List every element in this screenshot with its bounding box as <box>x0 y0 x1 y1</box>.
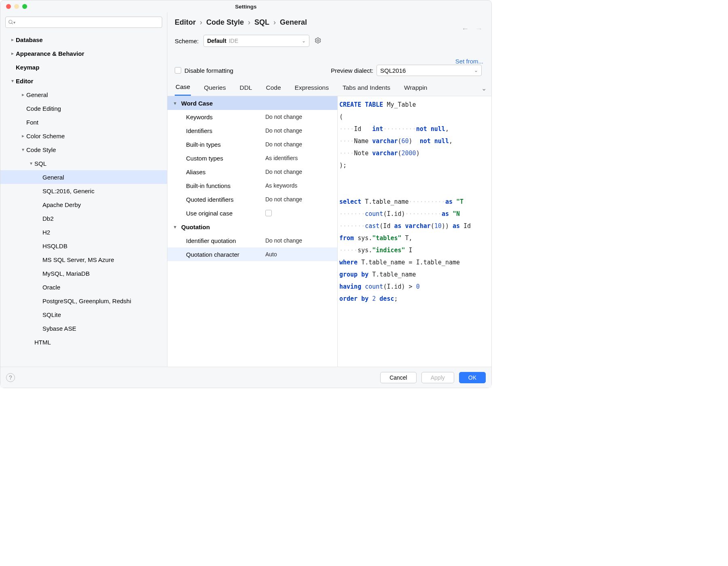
setting-row-custom-types[interactable]: Custom typesAs identifiers <box>167 151 337 165</box>
chevron-down-icon: ⌄ <box>302 38 306 44</box>
main-panel: Editor›Code Style›SQL›General ← → Scheme… <box>167 13 491 367</box>
code-line: ····Id int·········not null, <box>339 123 491 135</box>
sidebar-item-oracle[interactable]: Oracle <box>0 280 167 294</box>
tab-tabs-and-indents[interactable]: Tabs and Indents <box>342 82 391 95</box>
sidebar-item-color-scheme[interactable]: ▸Color Scheme <box>0 129 167 143</box>
sidebar-item-h2[interactable]: H2 <box>0 225 167 239</box>
sidebar-item-database[interactable]: ▸Database <box>0 33 167 46</box>
sidebar-item-label: H2 <box>42 229 50 236</box>
sidebar-item-label: General <box>26 91 48 98</box>
sidebar-item-code-style[interactable]: ▾Code Style <box>0 143 167 156</box>
titlebar: Settings <box>0 0 491 13</box>
settings-window: Settings ▾ ▸Database▸Appearance & Behavi… <box>0 0 492 388</box>
sidebar-item-sybase-ase[interactable]: Sybase ASE <box>0 321 167 335</box>
code-line: having count(I.id) > 0 <box>339 281 491 293</box>
chevron-right-icon: › <box>273 18 276 27</box>
sidebar-item-sql-2016-generic[interactable]: SQL:2016, Generic <box>0 184 167 198</box>
breadcrumb-item[interactable]: SQL <box>254 18 269 27</box>
setting-key: Identifier quotation <box>186 237 265 244</box>
setting-row-use-original-case[interactable]: Use original case <box>167 206 337 220</box>
sidebar-item-label: Apache Derby <box>42 201 81 208</box>
setting-key: Identifiers <box>186 127 265 134</box>
chevron-right-icon: ▸ <box>20 92 26 97</box>
setting-row-quotation-character[interactable]: Quotation characterAuto <box>167 247 337 261</box>
checkbox-icon[interactable] <box>265 210 272 216</box>
nav-back-icon[interactable]: ← <box>461 25 469 33</box>
chevron-right-icon: › <box>200 18 202 27</box>
code-line <box>339 184 491 196</box>
search-icon <box>8 19 14 25</box>
sidebar-item-apache-derby[interactable]: Apache Derby <box>0 198 167 211</box>
sidebar-item-appearance-behavior[interactable]: ▸Appearance & Behavior <box>0 46 167 60</box>
tab-expressions[interactable]: Expressions <box>294 82 330 95</box>
sidebar-item-editor[interactable]: ▾Editor <box>0 74 167 88</box>
setting-key: Built-in types <box>186 141 265 148</box>
sidebar-item-sql[interactable]: ▾SQL <box>0 156 167 170</box>
cancel-button[interactable]: Cancel <box>380 372 417 383</box>
sidebar-item-label: Db2 <box>42 215 54 222</box>
sidebar-item-hsqldb[interactable]: HSQLDB <box>0 239 167 253</box>
tab-queries[interactable]: Queries <box>203 82 226 95</box>
code-line: order by 2 desc; <box>339 293 491 305</box>
sidebar-item-mysql-mariadb[interactable]: MySQL, MariaDB <box>0 266 167 280</box>
group-quotation[interactable]: ▾Quotation <box>167 220 337 234</box>
setting-value: Do not change <box>265 114 302 120</box>
help-icon[interactable]: ? <box>6 373 15 382</box>
tab-wrappin[interactable]: Wrappin <box>403 82 428 95</box>
nav-forward-icon: → <box>475 25 483 33</box>
code-line: ····Name varchar(60) not null, <box>339 135 491 147</box>
code-line: group by T.table_name <box>339 268 491 281</box>
disable-formatting-checkbox[interactable]: Disable formatting <box>175 67 233 74</box>
sidebar-item-label: General <box>42 174 64 181</box>
tab-ddl[interactable]: DDL <box>239 82 253 95</box>
group-word-case[interactable]: ▾Word Case <box>167 96 337 110</box>
code-line <box>339 171 491 184</box>
sidebar-item-html[interactable]: HTML <box>0 335 167 349</box>
chevron-down-icon: ▾ <box>174 101 181 106</box>
sidebar-item-code-editing[interactable]: Code Editing <box>0 101 167 115</box>
sidebar-item-sqlite[interactable]: SQLite <box>0 308 167 321</box>
code-preview: CREATE TABLE My_Table(····Id int········… <box>337 96 491 367</box>
chevron-right-icon: ▸ <box>20 133 26 139</box>
preview-dialect-label: Preview dialect: <box>331 67 373 74</box>
tabs-more-icon[interactable]: ⌄ <box>481 85 487 92</box>
sidebar-item-label: Sybase ASE <box>42 325 76 332</box>
tab-case[interactable]: Case <box>175 81 191 96</box>
setting-row-keywords[interactable]: KeywordsDo not change <box>167 110 337 124</box>
sidebar-item-label: MySQL, MariaDB <box>42 270 90 277</box>
setting-row-built-in-types[interactable]: Built-in typesDo not change <box>167 137 337 151</box>
chevron-down-icon: ▾ <box>28 161 34 166</box>
preview-dialect-select[interactable]: SQL2016 ⌄ <box>377 65 482 76</box>
settings-tree[interactable]: ▸Database▸Appearance & BehaviorKeymap▾Ed… <box>0 31 167 367</box>
search-input[interactable]: ▾ <box>5 17 162 28</box>
setting-row-quoted-identifiers[interactable]: Quoted identifiersDo not change <box>167 192 337 206</box>
set-from-link[interactable]: Set from... <box>455 58 483 65</box>
setting-row-aliases[interactable]: AliasesDo not change <box>167 165 337 179</box>
code-line: from sys."tables" T, <box>339 232 491 244</box>
sidebar-item-label: Database <box>16 36 43 43</box>
sidebar-item-keymap[interactable]: Keymap <box>0 60 167 74</box>
sidebar-item-db2[interactable]: Db2 <box>0 211 167 225</box>
sidebar-item-label: Code Style <box>26 146 56 153</box>
scheme-select[interactable]: Default IDE ⌄ <box>203 35 309 47</box>
breadcrumb-item[interactable]: Code Style <box>206 18 244 27</box>
chevron-down-icon: ▾ <box>20 147 26 152</box>
breadcrumb-item: General <box>280 18 307 27</box>
setting-row-identifier-quotation[interactable]: Identifier quotationDo not change <box>167 234 337 247</box>
tab-code[interactable]: Code <box>265 82 281 95</box>
breadcrumb-item[interactable]: Editor <box>175 18 196 27</box>
sidebar-item-label: Keymap <box>16 64 39 71</box>
gear-icon[interactable] <box>314 37 322 45</box>
sidebar-item-postgresql-greenplum-redshi[interactable]: PostgreSQL, Greenplum, Redshi <box>0 294 167 308</box>
chevron-right-icon: ▸ <box>9 51 16 56</box>
ok-button[interactable]: OK <box>459 372 486 383</box>
sidebar-item-ms-sql-server-ms-azure[interactable]: MS SQL Server, MS Azure <box>0 253 167 266</box>
setting-row-identifiers[interactable]: IdentifiersDo not change <box>167 124 337 137</box>
sidebar-item-label: Font <box>26 119 38 126</box>
sidebar-item-general[interactable]: ▸General <box>0 88 167 101</box>
sidebar-item-font[interactable]: Font <box>0 115 167 129</box>
setting-value: Do not change <box>265 141 302 148</box>
sidebar-item-general[interactable]: General <box>0 170 167 184</box>
chevron-right-icon: › <box>248 18 250 27</box>
setting-row-built-in-functions[interactable]: Built-in functionsAs keywords <box>167 179 337 192</box>
